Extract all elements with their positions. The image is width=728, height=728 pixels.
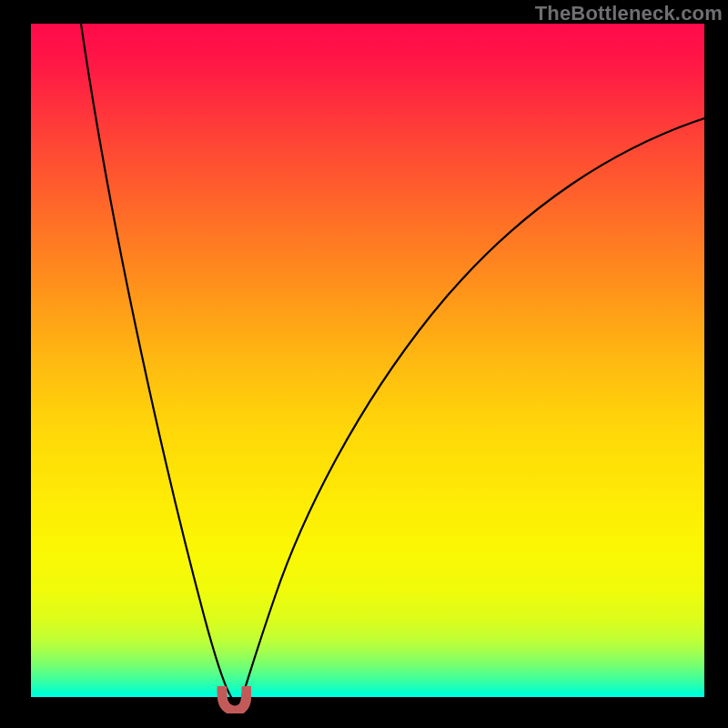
gradient-plot-area: [31, 24, 704, 697]
bottleneck-curves: [31, 24, 704, 697]
right-branch-curve: [242, 118, 704, 697]
left-branch-curve: [81, 24, 231, 697]
watermark-text: TheBottleneck.com: [535, 2, 723, 25]
